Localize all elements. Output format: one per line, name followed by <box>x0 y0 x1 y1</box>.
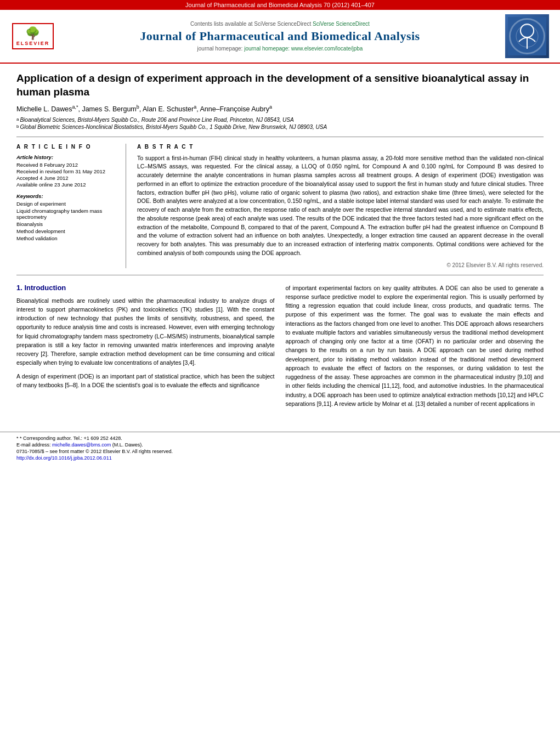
doi-link[interactable]: http://dx.doi.org/10.1016/j.jpba.2012.06… <box>16 455 112 461</box>
author-2-sup: b <box>137 104 139 110</box>
journal-header: 🌳 ELSEVIER Contents lists available at S… <box>0 10 560 64</box>
keyword-1: Design of experiment <box>16 201 117 207</box>
journal-title: Journal of Pharmaceutical and Biomedical… <box>55 29 505 43</box>
affil-1-text: Bioanalytical Sciences, Bristol-Myers Sq… <box>20 117 293 123</box>
page-container: Journal of Pharmaceutical and Biomedical… <box>0 0 560 741</box>
article-info-heading: A R T I C L E I N F O <box>16 144 117 150</box>
author-3: Alan E. Schuster <box>143 106 194 114</box>
homepage-line: journal homepage: journal homepage: www.… <box>55 46 505 52</box>
elsevier-logo: 🌳 ELSEVIER <box>11 23 55 49</box>
author-3-sup: a <box>194 104 196 110</box>
author-4-sup: a <box>269 104 272 110</box>
article-info-abstract: A R T I C L E I N F O Article history: R… <box>16 144 544 268</box>
sciverse-link[interactable]: SciVerse ScienceDirect <box>313 21 370 27</box>
corresponding-text: * Corresponding author. Tel.: +1 609 252… <box>20 435 122 441</box>
keyword-4: Method development <box>16 228 117 234</box>
abstract-column: A B S T R A C T To support a first-in-hu… <box>137 144 544 268</box>
footnote-copyright: 0731-7085/$ – see front matter © 2012 El… <box>16 449 544 454</box>
affil-1: a Bioanalytical Sciences, Bristol-Myers … <box>16 117 544 123</box>
footnote-doi: http://dx.doi.org/10.1016/j.jpba.2012.06… <box>16 455 544 461</box>
email-label: E-mail address: <box>16 442 51 448</box>
article-info-column: A R T I C L E I N F O Article history: R… <box>16 144 126 268</box>
email-who: (M.L. Dawes). <box>112 442 143 448</box>
affil-2-text: Global Biometric Sciences-Nonclinical Bi… <box>20 124 327 130</box>
page-footer: * * Corresponding author. Tel.: +1 609 2… <box>0 432 560 461</box>
affil-2-sup: b <box>16 124 19 129</box>
body-right-column: of important experimental factors on key… <box>286 284 544 413</box>
footnote-email: E-mail address: michelle.dawes@bms.com (… <box>16 442 544 448</box>
history-received: Received 8 February 2012 <box>16 162 117 168</box>
journal-logo-right <box>505 14 549 58</box>
keyword-2: Liquid chromatography tandem mass spectr… <box>16 208 117 220</box>
homepage-url[interactable]: journal homepage: www.elsevier.com/locat… <box>244 46 363 52</box>
footnote-corresponding: * * Corresponding author. Tel.: +1 609 2… <box>16 435 544 441</box>
elsevier-brand-text: ELSEVIER <box>16 41 50 46</box>
article-history: Article history: Received 8 February 201… <box>16 154 117 188</box>
affiliations: a Bioanalytical Sciences, Bristol-Myers … <box>16 117 544 130</box>
sciverse-line: Contents lists available at SciVerse Sci… <box>55 21 505 27</box>
author-4: Anne–Françoise Aubry <box>200 106 269 114</box>
intro-title: Introduction <box>24 284 66 292</box>
author-2: James S. Bergum <box>82 106 136 114</box>
history-online: Available online 23 June 2012 <box>16 182 117 188</box>
intro-paragraph-3: of important experimental factors on key… <box>286 284 544 409</box>
intro-paragraph-2: A design of experiment (DOE) is an impor… <box>16 372 275 390</box>
abstract-heading: A B S T R A C T <box>137 144 544 150</box>
email-address[interactable]: michelle.dawes@bms.com <box>52 442 111 448</box>
keywords-label: Keywords: <box>16 193 117 199</box>
body-left-column: 1. Introduction Bioanalytical methods ar… <box>16 284 275 413</box>
keywords-section: Keywords: Design of experiment Liquid ch… <box>16 193 117 241</box>
journal-citation-bar: Journal of Pharmaceutical and Biomedical… <box>0 0 560 10</box>
article-title: Application of a design of experiment ap… <box>16 72 544 99</box>
history-label: Article history: <box>16 154 117 160</box>
journal-logo-svg <box>508 17 546 55</box>
citation-text: Journal of Pharmaceutical and Biomedical… <box>185 2 375 8</box>
journal-header-center: Contents lists available at SciVerse Sci… <box>55 21 505 52</box>
history-accepted: Accepted 4 June 2012 <box>16 175 117 181</box>
author-1: Michelle L. Dawes <box>16 106 72 114</box>
authors-line: Michelle L. Dawesa,*, James S. Bergumb, … <box>16 104 544 113</box>
elsevier-tree-icon: 🌳 <box>16 26 50 41</box>
divider-2 <box>16 275 544 275</box>
content-area: Application of a design of experiment ap… <box>0 64 560 421</box>
keyword-3: Bioanalysis <box>16 221 117 227</box>
divider-1 <box>16 137 544 137</box>
intro-heading: 1. Introduction <box>16 284 275 292</box>
author-1-sup: a,* <box>72 104 78 110</box>
elsevier-logo-box: 🌳 ELSEVIER <box>12 23 54 49</box>
intro-number: 1. <box>16 284 22 292</box>
affil-1-sup: a <box>16 117 19 122</box>
svg-rect-0 <box>508 17 546 55</box>
abstract-text: To support a first-in-human (FIH) clinic… <box>137 154 544 258</box>
history-revised: Received in revised form 31 May 2012 <box>16 168 117 174</box>
affil-2: b Global Biometric Sciences-Nonclinical … <box>16 124 544 130</box>
svg-point-1 <box>521 24 534 37</box>
keyword-5: Method validation <box>16 235 117 241</box>
svg-point-3 <box>516 25 538 47</box>
copyright-line: © 2012 Elsevier B.V. All rights reserved… <box>137 262 544 268</box>
main-body: 1. Introduction Bioanalytical methods ar… <box>16 284 544 413</box>
intro-paragraph-1: Bioanalytical methods are routinely used… <box>16 296 275 367</box>
